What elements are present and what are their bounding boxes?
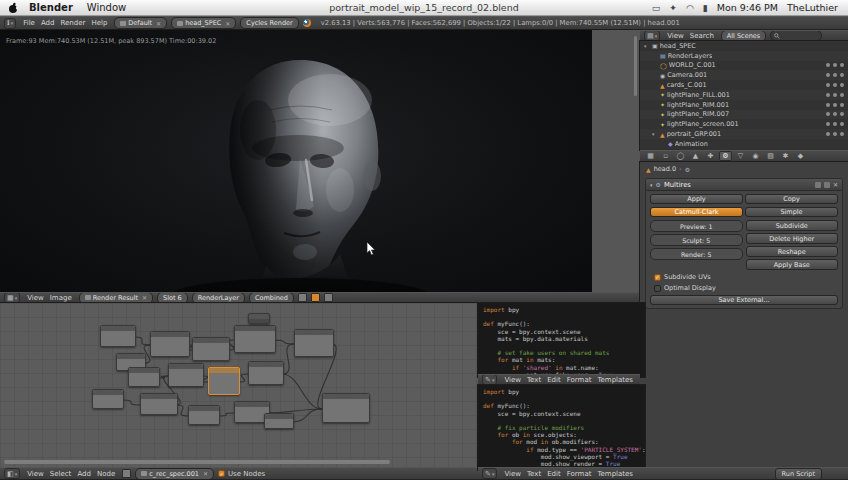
outliner-item-portrait-grp-001[interactable]: ▾▲portrait_GRP.001 [640,129,848,139]
breadcrumb-object-name[interactable]: head.0 [654,165,676,173]
node[interactable] [322,393,370,423]
outliner-item-world-c-001[interactable]: ◯WORLD_C.001 [640,61,848,71]
type-simple-button[interactable]: Simple [745,207,838,217]
selectability-icon[interactable] [833,122,837,126]
modifier-delete-icon[interactable]: ✕ [833,181,838,188]
visibility-icon[interactable] [826,112,830,116]
renderability-icon[interactable] [840,103,844,107]
renderability-icon[interactable] [840,132,844,136]
outliner-display-mode-dropdown[interactable]: All Scenes [721,30,766,41]
use-nodes-checkbox[interactable]: ✓ [218,470,225,477]
image-editor[interactable]: Frame:93 Mem:740.53M (12.51M, peak 893.5… [0,30,640,292]
outliner-item-renderlayers[interactable]: ▤RenderLayers [640,51,848,61]
node[interactable] [248,361,284,385]
level-render-field[interactable]: Render: 5 [650,248,743,260]
modifier-name[interactable]: Multires [664,181,691,189]
apple-menu-icon[interactable] [8,2,19,14]
node-editor-scrollbar[interactable] [4,460,390,464]
run-script-button[interactable]: Run Script [775,468,822,480]
menu-templates[interactable]: Templates [597,376,633,384]
outliner-item-lightplane-screen-001[interactable]: ✦lightPlane_screen.001 [640,119,848,129]
wifi-icon[interactable]: ◠ [686,3,694,13]
tab-modifiers[interactable]: ⚙ [719,151,732,161]
bluetooth-icon[interactable]: ✦ [669,3,677,13]
menu-templates[interactable]: Templates [597,470,633,478]
outliner-item-lightplane-fill-001[interactable]: ✦lightPlane_FILL.001 [640,90,848,100]
menu-view[interactable]: View [27,470,44,478]
channels-color-icon[interactable] [311,293,320,302]
subdivide-uvs-checkbox[interactable]: ✓ [654,274,661,281]
renderability-icon[interactable] [840,83,844,87]
subdivide-uvs-row[interactable]: ✓Subdivide UVs [654,273,834,281]
tab-constraints[interactable]: ✚ [704,151,717,161]
modifier-header[interactable]: ▾ ⚙ Multires ✕ [646,179,842,191]
channels-rgb-icon[interactable] [298,293,307,302]
image-editor-type-icon[interactable]: ▦▾ [4,292,20,303]
mac-menu-blender[interactable]: Blender [29,2,73,13]
unlink-icon[interactable]: ✕ [203,470,208,477]
render-layer-dropdown[interactable]: RenderLayer [192,292,245,303]
tab-render[interactable]: ▦ [644,151,657,161]
render-engine-dropdown[interactable]: Cycles Render [240,17,298,29]
selectability-icon[interactable] [833,103,837,107]
selectability-icon[interactable] [833,73,837,77]
render-pass-dropdown[interactable]: Combined [249,292,294,303]
tab-physics[interactable]: ◆ [794,151,807,161]
node[interactable] [168,363,204,387]
visibility-icon[interactable] [826,122,830,126]
tab-material[interactable]: ◉ [749,151,762,161]
menu-render[interactable]: Render [60,19,85,27]
type-catmull-clark-button[interactable]: Catmull-Clark [650,207,743,217]
tab-object[interactable]: ▲ [689,151,702,161]
menu-edit[interactable]: Edit [547,470,561,478]
renderability-icon[interactable] [840,73,844,77]
node[interactable] [128,367,160,387]
optimal-display-checkbox[interactable] [654,285,661,292]
visibility-icon[interactable] [826,132,830,136]
node[interactable] [248,313,270,324]
node[interactable] [208,367,240,395]
menu-view[interactable]: View [504,376,521,384]
channels-alpha-icon[interactable] [324,293,333,302]
node[interactable] [192,337,230,361]
scene-selector[interactable]: head_SPEC✕ [171,17,236,29]
text-editor-1[interactable]: import bpy def myFunc(): sce = bpy.conte… [478,303,645,377]
visibility-icon[interactable] [826,83,830,87]
node[interactable] [188,405,220,425]
tab-data[interactable]: ▽ [734,151,747,161]
menu-text[interactable]: Text [527,470,541,478]
outliner-item-cards-c-001[interactable]: ▲cards_C.001 [640,80,848,90]
mac-menu-window[interactable]: Window [87,2,126,13]
image-datablock-selector[interactable]: Render Result✕ [79,292,153,303]
node[interactable] [140,393,178,415]
modifier-render-toggle-icon[interactable] [815,182,821,188]
node[interactable] [294,329,334,357]
apply-button[interactable]: Apply [650,194,743,204]
node-editor-type-icon[interactable]: ◧▾ [4,468,20,479]
visibility-icon[interactable] [826,103,830,107]
node[interactable] [100,325,136,347]
close-icon[interactable]: ✕ [225,20,230,27]
menu-view[interactable]: View [667,32,684,40]
text-editor-type-icon[interactable]: ✎▾ [482,468,497,479]
optimal-display-row[interactable]: Optimal Display [654,284,834,292]
outliner-search-input[interactable] [770,30,822,41]
use-nodes-row[interactable]: ✓ Use Nodes [218,470,265,478]
image-scrollbar[interactable] [634,36,637,96]
reshape-button[interactable]: Reshape [746,246,839,257]
outliner-item-lightplane-rim-007[interactable]: ✦lightPlane_RIM.007 [640,110,848,120]
menu-select[interactable]: Select [50,470,72,478]
node[interactable] [234,325,276,353]
outliner-item-head-spec[interactable]: ▾▣head_SPEC [640,41,848,51]
save-external-button[interactable]: Save External... [650,295,838,305]
renderability-icon[interactable] [840,112,844,116]
outliner-item-animation[interactable]: ◆Animation [640,139,848,149]
copy-button[interactable]: Copy [745,194,838,204]
level-preview-field[interactable]: Preview: 1 [650,220,743,232]
render-slot-dropdown[interactable]: Slot 6 [157,292,188,303]
text-editor-2[interactable]: import bpy def myFunc(): sce = bpy.conte… [478,385,645,470]
menu-view[interactable]: View [504,470,521,478]
menu-view[interactable]: View [27,294,44,302]
node-editor-canvas[interactable]: ▼Active Node Label: Name: Toggle Hidden … [0,303,478,467]
text-editor-type-icon[interactable]: ✎▾ [482,374,497,385]
